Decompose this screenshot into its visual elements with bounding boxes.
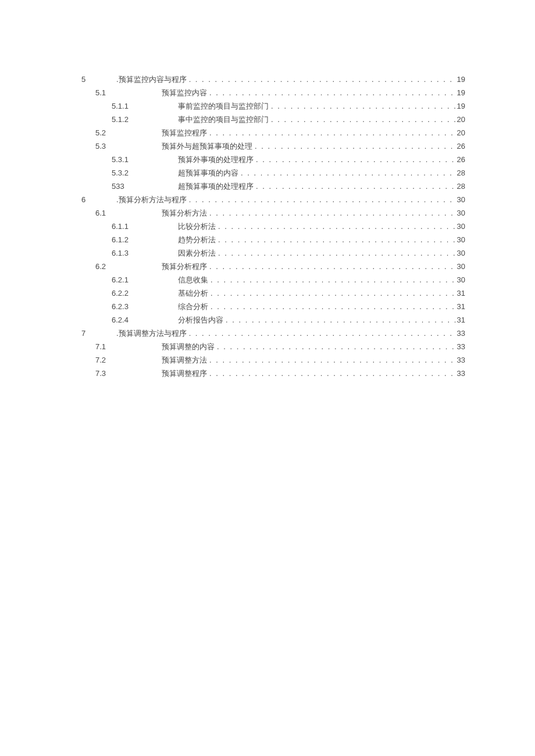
toc-entry-number: 5 [81, 76, 116, 83]
toc-entry: 7.2预算调整方法33 [81, 356, 465, 364]
toc-leader-dots [207, 129, 456, 137]
toc-entry-number: 533 [81, 182, 178, 190]
toc-entry-number: 5.1 [81, 89, 162, 96]
toc-entry-page: 19 [456, 76, 465, 83]
toc-entry-title: 综合分析 [178, 303, 208, 310]
toc-entry-title: 事前监控的项目与监控部门 [178, 102, 269, 110]
toc-entry-page: 31 [456, 303, 465, 310]
toc-entry-number: 5.1.1 [81, 102, 178, 110]
toc-leader-dots [187, 329, 456, 337]
toc-entry-title: 分析报告内容 [178, 316, 223, 324]
toc-entry-title: 超预算事项的处理程序 [178, 182, 254, 190]
toc-entry-page: 30 [456, 249, 465, 257]
toc-entry-number: 5.1.2 [81, 116, 178, 123]
toc-entry: 5.3.1预算外事项的处理程序26 [81, 156, 465, 163]
toc-entry-title: 预算调整程序 [162, 370, 207, 377]
toc-entry-page: 26 [456, 142, 465, 150]
toc-entry-number: 5.3.2 [81, 169, 178, 177]
toc-entry-title: 预算外与超预算事项的处理 [162, 142, 252, 150]
toc-entry-number: 7.1 [81, 343, 162, 350]
toc-entry-number: 5.3 [81, 142, 162, 150]
toc-entry: 6.1.3因素分析法30 [81, 249, 465, 257]
toc-entry: 5.3预算外与超预算事项的处理26 [81, 142, 465, 150]
toc-entry-title: 因素分析法 [178, 249, 216, 257]
toc-entry-title: 预算分析方法 [162, 209, 207, 217]
toc-entry-number: 6.1 [81, 209, 162, 217]
toc-entry: 7.1预算调整的内容33 [81, 343, 465, 350]
toc-entry-page: 19 [456, 89, 465, 96]
toc-entry-number: 6 [81, 196, 116, 203]
toc-entry-page: 20 [456, 116, 465, 123]
toc-entry-page: 33 [456, 329, 465, 337]
toc-entry-number: 5.2 [81, 129, 162, 137]
toc-entry-number: 6.1.3 [81, 249, 178, 257]
toc-entry: 6.预算分析方法与程序30 [81, 196, 465, 203]
table-of-contents: 5.预算监控内容与程序195.1预算监控内容195.1.1事前监控的项目与监控部… [81, 76, 465, 377]
toc-leader-dots [254, 182, 456, 190]
toc-entry-title: 比较分析法 [178, 223, 216, 230]
toc-leader-dots [269, 116, 456, 123]
toc-entry-page: 30 [456, 209, 465, 217]
toc-entry-page: 31 [456, 316, 465, 324]
toc-entry-number: 6.1.1 [81, 223, 178, 230]
toc-entry-page: 30 [456, 276, 465, 284]
toc-leader-dots [216, 223, 456, 230]
toc-entry-title: .预算调整方法与程序 [116, 329, 187, 337]
toc-leader-dots [207, 209, 456, 217]
toc-entry-number: 6.2.3 [81, 303, 178, 310]
toc-leader-dots [216, 236, 456, 243]
toc-entry-title: .预算监控内容与程序 [116, 76, 187, 83]
toc-entry-page: 30 [456, 263, 465, 270]
toc-entry-title: 预算外事项的处理程序 [178, 156, 254, 163]
toc-entry-title: 预算分析程序 [162, 263, 207, 270]
toc-leader-dots [208, 289, 456, 297]
toc-entry-number: 6.1.2 [81, 236, 178, 243]
toc-entry-page: 31 [456, 289, 465, 297]
toc-entry-page: 30 [456, 196, 465, 203]
toc-entry-page: 28 [456, 169, 465, 177]
toc-entry-number: 6.2.4 [81, 316, 178, 324]
toc-entry: 5.2预算监控程序20 [81, 129, 465, 137]
toc-entry-page: 20 [456, 129, 465, 137]
toc-entry-number: 7.2 [81, 356, 162, 364]
toc-entry-title: 信息收集 [178, 276, 208, 284]
toc-leader-dots [187, 76, 456, 83]
toc-leader-dots [208, 303, 456, 310]
toc-entry-title: 预算调整方法 [162, 356, 207, 364]
toc-entry-title: 预算监控程序 [162, 129, 207, 137]
toc-entry-title: 事中监控的项目与监控部门 [178, 116, 269, 123]
toc-entry-number: 7.3 [81, 370, 162, 377]
toc-leader-dots [207, 89, 456, 96]
toc-entry-title: 基础分析 [178, 289, 208, 297]
toc-entry: 5.3.2超预算事项的内容28 [81, 169, 465, 177]
toc-leader-dots [238, 169, 456, 177]
toc-leader-dots [269, 102, 456, 110]
toc-entry-page: 30 [456, 236, 465, 243]
toc-leader-dots [208, 276, 456, 284]
toc-entry: 6.2.3综合分析31 [81, 303, 465, 310]
toc-entry-page: 28 [456, 182, 465, 190]
toc-entry: 6.1预算分析方法30 [81, 209, 465, 217]
toc-entry-number: 6.2.2 [81, 289, 178, 297]
toc-leader-dots [207, 263, 456, 270]
toc-leader-dots [216, 249, 456, 257]
toc-entry: 5.预算监控内容与程序19 [81, 76, 465, 83]
toc-entry-number: 7 [81, 329, 116, 337]
toc-leader-dots [187, 196, 456, 203]
toc-entry: 6.2.2基础分析31 [81, 289, 465, 297]
toc-leader-dots [207, 356, 456, 364]
toc-entry-page: 19 [456, 102, 465, 110]
toc-entry-title: 趋势分析法 [178, 236, 216, 243]
toc-leader-dots [207, 370, 456, 377]
toc-entry: 6.2.4分析报告内容31 [81, 316, 465, 324]
toc-entry-title: 预算监控内容 [162, 89, 207, 96]
toc-entry: 7.3预算调整程序33 [81, 370, 465, 377]
toc-leader-dots [252, 142, 456, 150]
toc-leader-dots [215, 343, 456, 350]
toc-entry: 6.1.1比较分析法30 [81, 223, 465, 230]
toc-leader-dots [223, 316, 456, 324]
toc-entry: 6.2.1信息收集30 [81, 276, 465, 284]
toc-entry: 533超预算事项的处理程序28 [81, 182, 465, 190]
page: 5.预算监控内容与程序195.1预算监控内容195.1.1事前监控的项目与监控部… [0, 0, 535, 756]
toc-entry-page: 33 [456, 356, 465, 364]
